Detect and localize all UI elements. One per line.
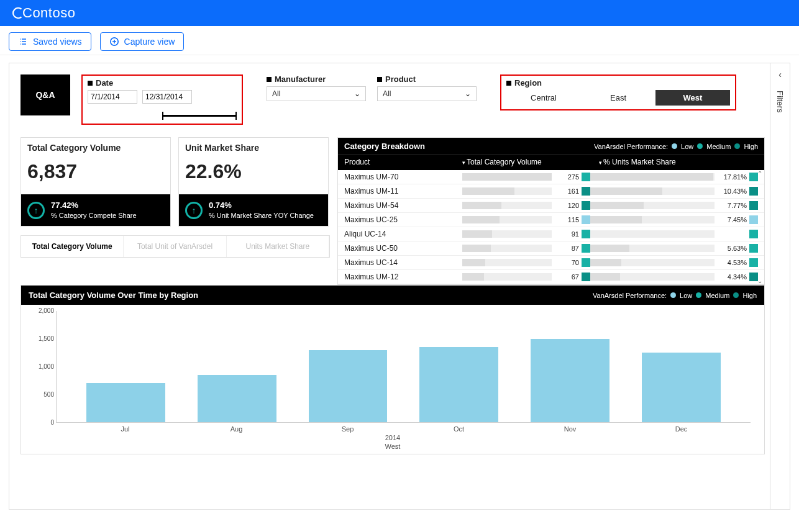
chevron-down-icon[interactable]: ⌄ [756,277,764,284]
breakdown-title: Category Breakdown [344,142,425,151]
kpi-ums-value: 22.6% [179,158,328,194]
table-row[interactable]: Maximus UM-7027517.81% [338,170,764,184]
tcv-bar [462,216,552,223]
capture-view-button[interactable]: Capture view [100,32,185,51]
table-row[interactable]: Aliqui UC-1491 [338,227,764,241]
bar[interactable] [419,347,498,422]
cell-tcv: 120 [554,202,579,209]
breakdown-body: ⌃ ⌄ Maximus UM-7027517.81%Maximus UM-111… [338,170,764,284]
bar[interactable] [86,383,165,422]
cell-tcv: 115 [554,216,579,223]
brand-text: Contoso [22,5,75,21]
manufacturer-dropdown[interactable]: All ⌄ [267,86,366,101]
bar[interactable] [642,353,721,422]
share-bar [590,230,715,238]
tab-0[interactable]: Total Category Volume [21,236,124,257]
table-row[interactable]: Maximus UM-541207.77% [338,199,764,213]
table-row[interactable]: Maximus UC-251157.45% [338,213,764,227]
chevron-left-icon[interactable]: ‹ [778,70,782,79]
table-row[interactable]: Maximus UC-14704.53% [338,256,764,270]
qa-label: Q&A [35,90,55,100]
cell-tcv: 70 [554,259,579,266]
bar[interactable] [198,375,276,422]
manufacturer-value: All [272,89,280,98]
scrollbar[interactable]: ⌃ ⌄ [756,170,764,284]
chart-tabs: Total Category VolumeTotal Unit of VanAr… [21,235,330,258]
perf-chip-icon [582,215,590,224]
chevron-up-icon[interactable]: ⌃ [756,170,764,177]
cell-tcv: 91 [554,230,579,238]
date-slicer[interactable]: Date [81,74,243,125]
product-value: All [383,89,391,98]
tab-1[interactable]: Total Unit of VanArsdel [124,236,226,257]
perf-chip-icon [582,230,590,238]
tcv-bar [462,273,552,281]
perf-chip-icon [582,273,590,281]
legend-low: Low [680,292,692,299]
square-icon [506,81,511,86]
breakdown-columns[interactable]: Product ▾Total Category Volume ▾% Units … [338,155,764,170]
kpi-ums-sublabel: % Unit Market Share YOY Change [209,211,314,220]
bar-plot[interactable]: 2,0001,5001,0005000 [56,311,751,423]
report-canvas: ‹ Filters Q&A Date Manufacturer All ⌄ [9,63,790,510]
cell-product: Maximus UC-14 [344,258,462,267]
dot-low-icon [670,292,676,298]
qa-button[interactable]: Q&A [21,74,70,115]
share-bar [590,273,715,281]
perf-chip-icon [582,258,590,267]
col-tcv[interactable]: Total Category Volume [467,158,542,166]
square-icon [88,81,93,86]
cell-product: Maximus UM-54 [344,201,462,210]
cell-product: Maximus UM-11 [344,187,462,196]
kpi-tcv-value: 6,837 [21,158,170,194]
manufacturer-slicer: Manufacturer All ⌄ [267,74,366,101]
square-icon [267,77,272,82]
table-row[interactable]: Maximus UC-50875.63% [338,241,764,256]
legend-high: High [742,292,757,299]
table-row[interactable]: Maximus UM-12674.34% [338,270,764,284]
tab-2[interactable]: Units Market Share [227,236,329,257]
cell-product: Maximus UM-70 [344,173,462,181]
region-option-central[interactable]: Central [506,90,581,106]
bar[interactable] [309,350,388,422]
region-option-east[interactable]: East [581,90,655,106]
kpi-tcv-sublabel: % Category Compete Share [51,211,137,220]
cell-share: 17.81% [717,173,747,181]
cell-share: 10.43% [717,187,747,195]
legend-high: High [744,143,758,150]
dot-high-icon [733,292,739,298]
saved-views-button[interactable]: Saved views [9,32,91,51]
date-to-input[interactable] [142,90,192,104]
date-from-input[interactable] [88,90,137,104]
top-bar: Contoso [0,0,799,26]
perf-chip-icon [582,173,590,181]
kpi-total-category-volume: Total Category Volume 6,837 ↑ 77.42%% Ca… [21,137,171,227]
x-axis-year: 2014 [35,434,751,441]
y-axis-labels: 2,0001,5001,0005000 [32,307,54,426]
cell-product: Maximus UC-50 [344,244,462,253]
arrow-up-icon: ↑ [185,202,203,219]
col-product[interactable]: Product [344,158,462,166]
table-row[interactable]: Maximus UM-1116110.43% [338,184,764,199]
region-option-west[interactable]: West [655,90,730,106]
filters-pane[interactable]: ‹ Filters [770,63,790,509]
cell-product: Maximus UC-25 [344,215,462,224]
legend-label: VanArsdel Performance: [593,292,667,299]
dot-med-icon [697,143,703,149]
col-share[interactable]: % Units Market Share [603,158,676,166]
product-dropdown[interactable]: All ⌄ [377,86,477,101]
tcv-bar [462,245,552,252]
kpi-ums-pct: 0.74% [209,201,314,211]
toolbar: Saved views Capture view [0,26,799,55]
cell-share: 4.53% [717,259,747,266]
bar[interactable] [531,339,610,422]
filters-label: Filters [775,91,785,112]
cell-share: 5.63% [717,245,747,252]
cell-tcv: 275 [554,173,579,181]
capture-view-label: Capture view [124,37,175,47]
list-icon [18,37,28,47]
product-title: Product [385,74,416,84]
date-range-track[interactable] [88,111,237,120]
dot-high-icon [734,143,740,149]
plus-circle-icon [109,37,119,47]
